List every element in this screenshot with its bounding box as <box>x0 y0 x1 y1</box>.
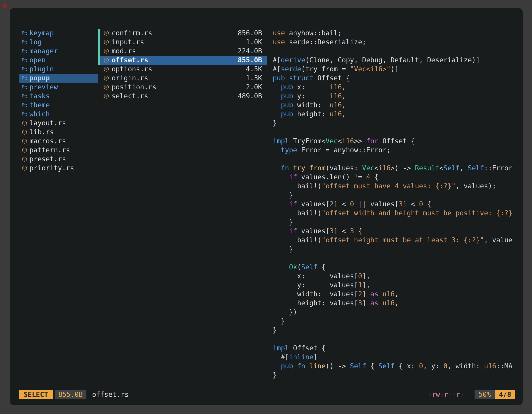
selection-marker <box>98 38 100 47</box>
file-name: confirm.rs <box>112 29 152 38</box>
code-line: pub fn line() -> Self { Self { x: 0, y: … <box>273 362 515 371</box>
file-size: 1.0K <box>246 38 262 47</box>
sidebar-item-preview[interactable]: preview <box>19 83 98 92</box>
sidebar-item-label: popup <box>29 74 50 83</box>
sidebar-item-label: tasks <box>29 92 50 101</box>
code-line: } <box>273 218 515 227</box>
code-line: if values.len() != 4 { <box>273 173 515 182</box>
status-filename: offset.rs <box>92 390 129 398</box>
code-line <box>273 254 515 263</box>
code-line: y: values[1], <box>273 281 515 290</box>
sidebar-item-label: plugin <box>29 65 54 74</box>
file-size-chip: 855.0B <box>55 390 86 399</box>
code-line: fn try_from(values: Vec<i16>) -> Result<… <box>273 164 515 173</box>
file-row-input-rs[interactable]: Rinput.rs1.0K <box>98 38 267 47</box>
rust-file-icon: R <box>21 147 28 154</box>
sidebar-item-macros-rs[interactable]: Rmacros.rs <box>19 137 98 146</box>
file-preview-pane: use anyhow::bail;use serde::Deserialize;… <box>267 29 515 381</box>
code-line: pub x: i16, <box>273 83 515 92</box>
code-line: type Error = anyhow::Error; <box>273 146 515 155</box>
sidebar-item-open[interactable]: open <box>19 56 98 65</box>
code-line: #[inline] <box>273 353 515 362</box>
code-line: } <box>273 245 515 254</box>
code-line: Ok(Self { <box>273 263 515 272</box>
file-name: options.rs <box>112 65 152 74</box>
file-name: offset.rs <box>112 56 148 65</box>
file-row-confirm-rs[interactable]: Rconfirm.rs856.0B <box>98 29 267 38</box>
code-line: width: values[2] as u16, <box>273 290 515 299</box>
file-row-origin-rs[interactable]: Rorigin.rs1.3K <box>98 74 267 83</box>
rust-file-icon: R <box>103 30 110 36</box>
code-line: pub height: u16, <box>273 110 515 119</box>
status-bar: SELECT 855.0B offset.rs -rw-r--r-- 50% 4… <box>19 389 515 400</box>
folder-icon <box>21 30 28 36</box>
sidebar-item-lib-rs[interactable]: Rlib.rs <box>19 128 98 137</box>
code-line: pub width: u16, <box>273 101 515 110</box>
code-line: } <box>273 317 515 326</box>
current-directory-pane: Rconfirm.rs856.0BRinput.rs1.0KRmod.rs224… <box>98 29 267 381</box>
scroll-percent-chip: 50% <box>475 390 495 399</box>
sidebar-item-label: preview <box>29 83 58 92</box>
sidebar-item-manager[interactable]: manager <box>19 47 98 56</box>
file-row-offset-rs[interactable]: Roffset.rs855.0B <box>98 56 267 65</box>
sidebar-item-label: pattern.rs <box>29 146 70 155</box>
code-line: bail!("offset width and height must be p… <box>273 209 515 218</box>
folder-icon <box>21 102 28 108</box>
selection-marker <box>98 65 100 74</box>
sidebar-item-keymap[interactable]: keymap <box>19 29 98 38</box>
folder-icon <box>21 66 28 72</box>
sidebar-item-popup[interactable]: popup <box>19 74 98 83</box>
code-line: use anyhow::bail; <box>273 29 515 38</box>
sidebar-item-tasks[interactable]: tasks <box>19 92 98 101</box>
code-line: impl Offset { <box>273 344 515 353</box>
cursor-position-chip: 4/8 <box>495 390 515 399</box>
code-line: if values[2] < 0 || values[3] < 0 { <box>273 200 515 209</box>
rust-file-icon: R <box>103 39 110 45</box>
rust-file-icon: R <box>103 57 110 63</box>
rust-file-icon: R <box>21 129 28 135</box>
sidebar-item-layout-rs[interactable]: Rlayout.rs <box>19 119 98 128</box>
code-line: x: values[0], <box>273 272 515 281</box>
sidebar-item-label: keymap <box>29 29 54 38</box>
sidebar-item-pattern-rs[interactable]: Rpattern.rs <box>19 146 98 155</box>
sidebar-item-plugin[interactable]: plugin <box>19 65 98 74</box>
file-size: 2.0K <box>246 83 262 92</box>
code-line: #[derive(Clone, Copy, Debug, Default, De… <box>273 56 515 65</box>
rust-file-icon: R <box>103 75 110 81</box>
status-bar-left: SELECT 855.0B offset.rs <box>19 390 129 399</box>
sidebar-item-priority-rs[interactable]: Rpriority.rs <box>19 164 98 173</box>
sidebar-item-log[interactable]: log <box>19 38 98 47</box>
folder-icon <box>21 75 28 81</box>
svg-text:R: R <box>24 148 26 152</box>
svg-text:R: R <box>24 139 26 143</box>
sidebar-item-preset-rs[interactable]: Rpreset.rs <box>19 155 98 164</box>
code-line: pub y: i16, <box>273 92 515 101</box>
sidebar-item-which[interactable]: which <box>19 110 98 119</box>
selection-marker <box>98 56 100 65</box>
status-bar-right: -rw-r--r-- 50% 4/8 <box>428 390 515 399</box>
code-line: impl TryFrom<Vec<i16>> for Offset { <box>273 137 515 146</box>
sidebar-item-label: which <box>29 110 50 119</box>
code-line <box>273 128 515 137</box>
file-name: input.rs <box>112 38 144 47</box>
file-row-select-rs[interactable]: Rselect.rs489.0B <box>98 92 267 101</box>
file-permissions: -rw-r--r-- <box>428 390 468 398</box>
rust-file-icon: R <box>21 120 28 126</box>
sidebar-item-theme[interactable]: theme <box>19 101 98 110</box>
file-size: 856.0B <box>238 29 262 38</box>
file-row-position-rs[interactable]: Rposition.rs2.0K <box>98 83 267 92</box>
code-line: bail!("offset height must be at least 3:… <box>273 236 515 245</box>
code-line <box>273 155 515 164</box>
rust-file-icon: R <box>103 84 110 90</box>
svg-text:R: R <box>105 94 107 98</box>
code-preview: use anyhow::bail;use serde::Deserialize;… <box>273 29 515 380</box>
file-size: 224.0B <box>238 47 262 56</box>
sidebar-item-label: theme <box>29 101 50 110</box>
selection-marker <box>98 29 100 38</box>
code-line: } <box>273 371 515 380</box>
rust-file-icon: R <box>103 93 110 99</box>
rust-file-icon: R <box>21 165 28 171</box>
code-line: pub struct Offset { <box>273 74 515 83</box>
file-row-mod-rs[interactable]: Rmod.rs224.0B <box>98 47 267 56</box>
file-row-options-rs[interactable]: Roptions.rs4.5K <box>98 65 267 74</box>
